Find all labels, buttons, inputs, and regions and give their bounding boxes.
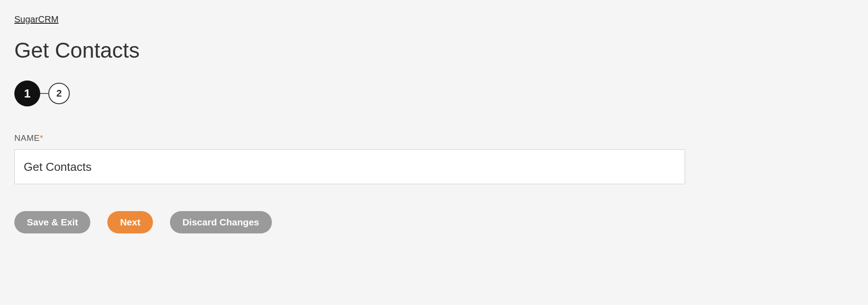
- action-buttons: Save & Exit Next Discard Changes: [14, 211, 854, 233]
- step-connector: [40, 93, 48, 94]
- wizard-stepper: 1 2: [14, 80, 854, 106]
- name-input[interactable]: [14, 149, 685, 184]
- breadcrumb-sugarcrm[interactable]: SugarCRM: [14, 14, 59, 25]
- required-asterisk: *: [40, 133, 43, 143]
- discard-changes-button[interactable]: Discard Changes: [170, 211, 272, 233]
- name-label-text: NAME: [14, 133, 40, 143]
- name-label: NAME*: [14, 133, 854, 143]
- step-2[interactable]: 2: [48, 83, 70, 104]
- next-button[interactable]: Next: [107, 211, 153, 233]
- page-title: Get Contacts: [14, 38, 854, 63]
- step-1[interactable]: 1: [14, 80, 40, 106]
- save-exit-button[interactable]: Save & Exit: [14, 211, 90, 233]
